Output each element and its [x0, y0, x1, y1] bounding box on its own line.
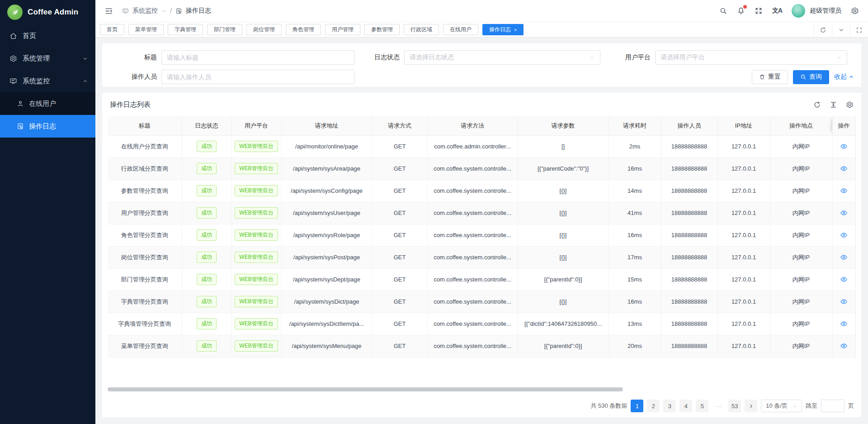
sidebar-item-system-monitor[interactable]: 系统监控 [0, 70, 95, 92]
page-button[interactable]: 1 [631, 400, 643, 412]
view-detail-button[interactable] [840, 342, 848, 350]
notifications-button[interactable] [737, 7, 745, 15]
platform-filter-label: 用户平台 [600, 53, 651, 62]
page-jump-input[interactable] [821, 400, 844, 412]
chevron-down-icon[interactable] [161, 9, 166, 14]
tab-item[interactable]: 岗位管理 [246, 24, 282, 35]
collapse-filters-link[interactable]: 收起 [834, 73, 854, 81]
tab-item[interactable]: 行政区域 [404, 24, 439, 35]
cell-ip: 127.0.0.1 [717, 135, 770, 157]
view-detail-button[interactable] [840, 231, 848, 239]
monitor-icon [9, 77, 17, 85]
gear-icon [846, 101, 854, 109]
title-filter-input[interactable] [161, 50, 354, 65]
tab-item[interactable]: 字典管理 [168, 24, 203, 35]
search-icon [800, 74, 807, 80]
chevron-down-icon [838, 27, 844, 33]
sidebar-item-operation-log[interactable]: 操作日志 [0, 115, 95, 138]
cell-request-method: GET [372, 246, 427, 268]
cell-params: [{"parentId":0}] [518, 268, 609, 291]
refresh-tab-button[interactable] [814, 22, 832, 38]
log-icon [175, 8, 182, 14]
sidebar-item-online-users[interactable]: 在线用户 [0, 92, 95, 115]
eye-icon [840, 143, 848, 150]
cell-ip: 127.0.0.1 [717, 224, 770, 246]
page-size-select[interactable]: 10 条/页 [761, 400, 802, 412]
tab-item[interactable]: 在线用户 [443, 24, 478, 35]
operator-filter-input[interactable] [161, 70, 354, 84]
breadcrumb-item[interactable]: 系统监控 [132, 7, 158, 15]
tab-label: 菜单管理 [135, 26, 157, 33]
cell-handler: com.coffee.system.controlle... [427, 180, 518, 202]
avatar[interactable] [792, 4, 805, 18]
sidebar-item-system-management[interactable]: 系统管理 [0, 47, 95, 70]
horizontal-scrollbar-thumb[interactable] [108, 387, 623, 391]
sidebar-menu: 首页 系统管理 系统监控 在线用户 操作日志 [0, 24, 95, 138]
cell-operator: 18888888888 [661, 246, 717, 268]
cell-params: [{}] [518, 224, 609, 246]
menu-fold-icon[interactable] [104, 7, 113, 15]
sidebar-item-label: 系统管理 [23, 54, 50, 63]
cell-ip: 127.0.0.1 [717, 246, 770, 268]
view-detail-button[interactable] [840, 187, 848, 195]
gear-icon[interactable] [851, 7, 859, 15]
page-button[interactable]: 5 [696, 400, 708, 412]
pagination: 共 530 条数据 12345···53 10 条/页 跳至 页 [590, 400, 854, 412]
eye-icon [840, 165, 848, 172]
tab-item[interactable]: 操作日志× [482, 24, 524, 35]
view-detail-button[interactable] [840, 253, 848, 261]
tab-options-button[interactable] [832, 22, 850, 38]
fullscreen-icon[interactable] [755, 7, 763, 15]
column-header: 用户平台 [231, 116, 281, 135]
platform-filter-select[interactable]: 请选择用户平台 [655, 50, 847, 65]
user-name[interactable]: 超级管理员 [810, 7, 841, 15]
tab-item[interactable]: 角色管理 [286, 24, 321, 35]
page-button[interactable]: 53 [728, 400, 741, 412]
page-button[interactable]: 4 [679, 400, 692, 412]
cell-request-method: GET [372, 180, 427, 202]
column-settings-button[interactable] [846, 101, 854, 109]
view-detail-button[interactable] [840, 276, 848, 283]
cell-duration: 20ms [609, 335, 661, 357]
view-detail-button[interactable] [840, 143, 848, 150]
cell-location: 内网IP [770, 335, 832, 357]
search-button[interactable]: 查询 [793, 70, 829, 84]
column-header: 日志状态 [182, 116, 231, 135]
table-row: 菜单管理分页查询 成功 WEB管理后台 /api/system/sysMenu/… [108, 335, 855, 357]
cell-title: 行政区域分页查询 [108, 157, 182, 180]
tab-item[interactable]: 菜单管理 [128, 24, 164, 35]
tab-close-icon[interactable]: × [514, 27, 517, 33]
app-logo[interactable]: Coffee Admin [0, 0, 95, 24]
refresh-table-button[interactable] [813, 101, 821, 109]
page-button[interactable]: 2 [647, 400, 660, 412]
main-area: 系统监控 / 操作日志 文A 超级管理员 首页菜单管理字典管理部门管理岗位管理角… [95, 0, 868, 417]
view-detail-button[interactable] [840, 298, 848, 305]
next-page-button[interactable] [745, 400, 757, 412]
search-icon[interactable] [719, 7, 727, 15]
view-detail-button[interactable] [840, 320, 848, 328]
maximize-content-button[interactable] [850, 22, 868, 38]
view-detail-button[interactable] [840, 165, 848, 172]
tab-item[interactable]: 首页 [100, 24, 124, 35]
tab-item[interactable]: 用户管理 [325, 24, 360, 35]
sidebar-item-home[interactable]: 首页 [0, 24, 95, 47]
refresh-icon [820, 27, 826, 33]
density-button[interactable] [830, 101, 837, 109]
cell-location: 内网IP [770, 180, 832, 202]
cell-operator: 18888888888 [661, 335, 717, 357]
chevron-down-icon [82, 56, 88, 62]
reset-button[interactable]: 重置 [752, 70, 788, 84]
status-filter-select[interactable]: 请选择日志状态 [404, 50, 600, 65]
translate-icon[interactable]: 文A [772, 7, 782, 15]
table-row: 在线用户分页查询 成功 WEB管理后台 /api/monitor/online/… [108, 135, 855, 157]
tab-item[interactable]: 参数管理 [364, 24, 400, 35]
tab-item[interactable]: 部门管理 [207, 24, 242, 35]
page-list: 12345···53 [631, 400, 741, 412]
platform-badge: WEB管理后台 [235, 207, 278, 218]
table-row: 部门管理分页查询 成功 WEB管理后台 /api/system/sysDept/… [108, 268, 855, 291]
table-toolbar [813, 101, 854, 109]
page-content: 标题 日志状态 请选择日志状态 用户平台 请选择用户平台 [95, 38, 868, 417]
view-detail-button[interactable] [840, 209, 848, 217]
page-button[interactable]: 3 [663, 400, 676, 412]
chevron-down-icon [590, 55, 595, 60]
